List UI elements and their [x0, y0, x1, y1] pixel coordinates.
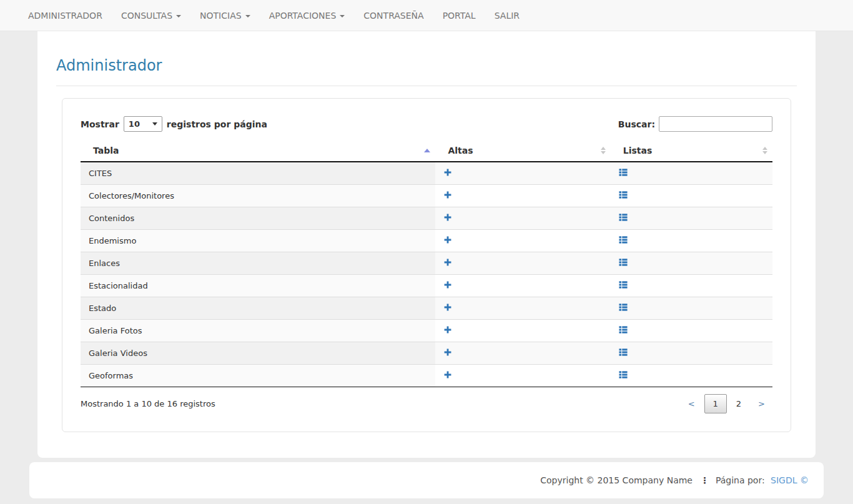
table-row: Galeria Videos — [81, 342, 772, 365]
cell-altas — [435, 365, 610, 387]
th-list-icon[interactable] — [619, 168, 628, 177]
caret-down-icon — [340, 15, 345, 17]
search-control: Buscar: — [618, 116, 772, 132]
cell-table-name: Contenidos — [81, 207, 435, 230]
plus-icon[interactable] — [443, 235, 452, 244]
th-list-icon[interactable] — [619, 280, 628, 289]
sort-both-icon — [601, 147, 606, 154]
table-row: Geoformas — [81, 365, 772, 387]
column-header-listas[interactable]: Listas — [611, 140, 772, 162]
plus-icon[interactable] — [443, 213, 452, 222]
sigdl-link[interactable]: SIGDL © — [771, 475, 809, 485]
cell-table-name: Estacionalidad — [81, 275, 435, 297]
cell-listas — [611, 230, 772, 252]
nav-administrador[interactable]: ADMINISTRADOR — [19, 0, 112, 31]
table-row: Estacionalidad — [81, 275, 772, 297]
th-list-icon[interactable] — [619, 348, 628, 357]
page-length-select[interactable]: 10 — [124, 116, 162, 132]
th-list-icon[interactable] — [619, 213, 628, 222]
nav-items: ADMINISTRADORCONSULTASNOTICIASAPORTACION… — [19, 0, 529, 31]
cell-altas — [435, 342, 610, 365]
plus-icon[interactable] — [443, 348, 452, 357]
cell-listas — [611, 297, 772, 320]
cell-listas — [611, 365, 772, 387]
cell-listas — [611, 320, 772, 342]
table-row: CITES — [81, 162, 772, 185]
plus-icon[interactable] — [443, 258, 452, 267]
table-footer: Mostrando 1 a 10 de 16 registros <12> — [81, 394, 772, 413]
cell-table-name: Estado — [81, 297, 435, 320]
table-row: Galeria Fotos — [81, 320, 772, 342]
nav-contrasena[interactable]: CONTRASEÑA — [354, 0, 433, 31]
cell-altas — [435, 162, 610, 185]
site-footer: Copyright © 2015 Company Name ⋮ Página p… — [29, 462, 824, 498]
cell-table-name: Enlaces — [81, 252, 435, 275]
cell-altas — [435, 320, 610, 342]
cell-table-name: CITES — [81, 162, 435, 185]
th-list-icon[interactable] — [619, 370, 628, 379]
table-row: Estado — [81, 297, 772, 320]
pagination-previous-button[interactable]: < — [681, 394, 703, 413]
show-label: Mostrar — [81, 119, 119, 129]
cell-table-name: Galeria Fotos — [81, 320, 435, 342]
th-list-icon[interactable] — [619, 190, 628, 199]
plus-icon[interactable] — [443, 370, 452, 379]
pagination-next-button[interactable]: > — [751, 394, 772, 413]
main-container: Administrador Mostrar 10 registros por p… — [37, 31, 816, 458]
table-body: CITESColectores/MonitoresContenidosEndem… — [81, 162, 772, 387]
nav-consultas[interactable]: CONSULTAS — [112, 0, 190, 31]
search-input[interactable] — [659, 116, 772, 132]
nav-salir[interactable]: SALIR — [485, 0, 529, 31]
cell-altas — [435, 252, 610, 275]
th-list-icon[interactable] — [619, 325, 628, 334]
column-header-altas[interactable]: Altas — [435, 140, 610, 162]
table-panel: Mostrar 10 registros por página Buscar: … — [62, 98, 791, 432]
cell-table-name: Endemismo — [81, 230, 435, 252]
admin-tables-table: TablaAltasListas CITESColectores/Monitor… — [81, 140, 772, 387]
page-length-value: 10 — [129, 119, 140, 129]
cell-table-name: Geoformas — [81, 365, 435, 387]
cell-table-name: Galeria Videos — [81, 342, 435, 365]
table-header-row: TablaAltasListas — [81, 140, 772, 162]
cell-listas — [611, 162, 772, 185]
cell-listas — [611, 252, 772, 275]
table-info: Mostrando 1 a 10 de 16 registros — [81, 399, 215, 408]
copyright-text: Copyright © 2015 Company Name — [540, 475, 693, 485]
nav-aportaciones[interactable]: APORTACIONES — [260, 0, 355, 31]
plus-icon[interactable] — [443, 303, 452, 312]
cell-altas — [435, 230, 610, 252]
search-label: Buscar: — [618, 119, 655, 129]
plus-icon[interactable] — [443, 325, 452, 334]
page-by-label: Página por: — [716, 475, 765, 485]
chevron-down-icon — [152, 122, 157, 126]
column-header-tabla[interactable]: Tabla — [81, 140, 435, 162]
th-list-icon[interactable] — [619, 258, 628, 267]
cell-altas — [435, 297, 610, 320]
plus-icon[interactable] — [443, 280, 452, 289]
navbar: ADMINISTRADORCONSULTASNOTICIASAPORTACION… — [0, 0, 853, 31]
cell-listas — [611, 342, 772, 365]
nav-noticias[interactable]: NOTICIAS — [190, 0, 260, 31]
plus-icon[interactable] — [443, 190, 452, 199]
table-row: Colectores/Monitores — [81, 185, 772, 207]
th-list-icon[interactable] — [619, 235, 628, 244]
cell-table-name: Colectores/Monitores — [81, 185, 435, 207]
cell-listas — [611, 275, 772, 297]
table-row: Enlaces — [81, 252, 772, 275]
pagination: <12> — [681, 394, 772, 413]
cell-altas — [435, 185, 610, 207]
th-list-icon[interactable] — [619, 303, 628, 312]
cell-altas — [435, 207, 610, 230]
cell-listas — [611, 207, 772, 230]
pagination-page-2[interactable]: 2 — [729, 394, 749, 413]
table-controls: Mostrar 10 registros por página Buscar: — [81, 116, 772, 132]
table-row: Endemismo — [81, 230, 772, 252]
nav-portal[interactable]: PORTAL — [433, 0, 485, 31]
caret-down-icon — [176, 15, 181, 17]
pagination-page-1[interactable]: 1 — [704, 394, 727, 413]
table-row: Contenidos — [81, 207, 772, 230]
plus-icon[interactable] — [443, 168, 452, 177]
title-divider — [56, 86, 797, 86]
records-per-page-label: registros por página — [167, 119, 267, 129]
cell-listas — [611, 185, 772, 207]
